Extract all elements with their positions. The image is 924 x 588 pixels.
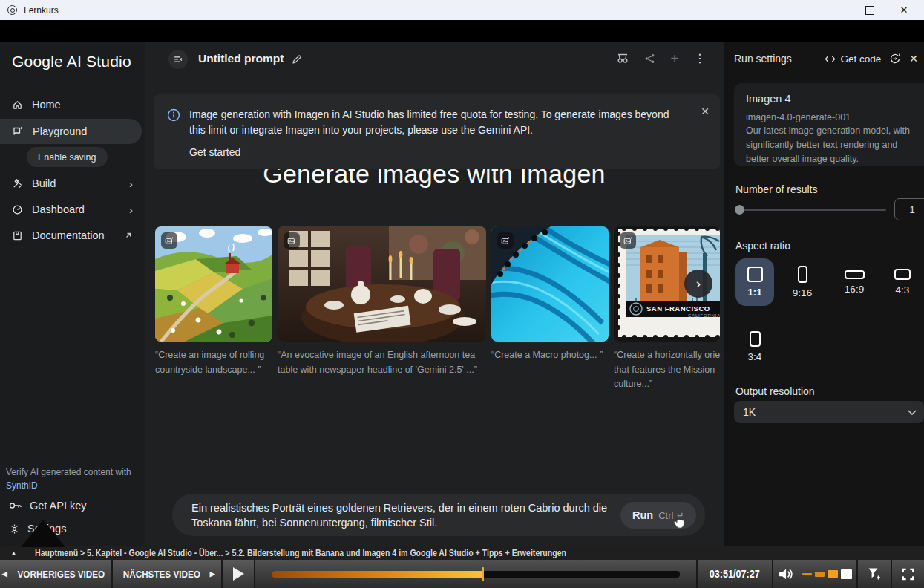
sidebar-item-playground[interactable]: Playground <box>0 119 142 144</box>
run-label: Run <box>632 509 653 521</box>
image-sparkle-icon <box>165 236 174 246</box>
speaker-icon <box>778 567 796 581</box>
model-description: Our latest image generation model, with … <box>746 124 915 166</box>
google-ai-studio-logo[interactable]: Google AI Studio <box>12 53 131 71</box>
sidebar-item-label: Playground <box>33 125 87 137</box>
model-card[interactable]: Imagen 4 imagen-4.0-generate-001 Our lat… <box>734 83 924 166</box>
window-title: Lernkurs <box>24 5 59 16</box>
get-api-key-button[interactable]: Get API key <box>9 500 87 512</box>
prompt-input[interactable]: Ein realistisches Porträt eines goldenen… <box>172 494 705 536</box>
quota-banner: Image generation with Imagen in AI Studi… <box>154 94 720 169</box>
gallery-next-button[interactable]: › <box>684 270 712 298</box>
breadcrumb-bar: ▲ Hauptmenü > 5. Kapitel - Google AI Stu… <box>0 546 924 560</box>
key-icon <box>9 501 22 510</box>
maximize-button[interactable] <box>853 0 887 20</box>
more-options-icon[interactable]: ⋮ <box>694 51 706 65</box>
fullscreen-button[interactable] <box>891 560 924 588</box>
output-resolution-select[interactable]: 1K <box>734 401 924 423</box>
expand-menu-icon[interactable]: ▲ <box>10 549 17 557</box>
dashboard-icon <box>12 204 23 215</box>
player-menu-arrow <box>21 520 65 547</box>
play-button[interactable] <box>223 560 255 588</box>
volume-level-bars[interactable] <box>802 569 852 579</box>
ai-studio-app: Google AI Studio Home Playground Enable … <box>0 42 924 546</box>
image-sparkle-icon <box>501 236 511 246</box>
number-of-results-slider[interactable] <box>736 209 886 211</box>
image-badge <box>497 232 514 249</box>
documentation-icon <box>12 230 23 241</box>
example-card-countryside[interactable] <box>155 226 272 342</box>
close-panel-icon[interactable]: ✕ <box>909 53 918 65</box>
get-started-link[interactable]: Get started <box>189 146 707 158</box>
sidebar-item-dashboard[interactable]: Dashboard › <box>0 197 145 222</box>
close-button[interactable]: ✕ <box>887 0 921 20</box>
left-arrow-icon: ◀ <box>2 570 7 578</box>
reset-settings-icon[interactable] <box>889 53 901 65</box>
player-controls-bar: ◀ VORHERIGES VIDEO NÄCHSTES VIDEO ▶ 03:5… <box>0 560 924 588</box>
sidebar-item-label: Home <box>32 99 61 111</box>
aspect-ratio-1-1[interactable]: 1:1 <box>735 258 774 306</box>
previous-video-button[interactable]: ◀ VORHERIGES VIDEO <box>0 560 113 588</box>
progress-track[interactable] <box>272 571 680 578</box>
progress-fill <box>272 571 483 578</box>
banner-text: Image generation with Imagen in AI Studi… <box>189 107 688 137</box>
aspect-ratio-9-16[interactable]: 9:16 <box>783 258 822 306</box>
card-caption: “Create an image of rolling countryside … <box>155 348 280 377</box>
seek-bar[interactable] <box>255 560 696 588</box>
gear-icon <box>9 523 20 535</box>
sidebar-item-home[interactable]: Home <box>0 92 145 117</box>
mouse-cursor-hand <box>670 512 687 530</box>
chevron-right-icon: › <box>129 177 133 190</box>
synthid-link[interactable]: SynthID <box>6 480 38 491</box>
letterbox-strip <box>0 20 924 42</box>
main-content: Untitled prompt + ⋮ Image generation wit… <box>145 42 724 546</box>
filter-plus-icon <box>868 567 882 581</box>
compare-icon[interactable] <box>616 53 629 64</box>
home-icon <box>12 99 23 111</box>
tall-ratio-icon <box>750 331 761 347</box>
volume-control[interactable] <box>772 560 856 588</box>
add-icon[interactable]: + <box>670 52 679 65</box>
get-api-key-label: Get API key <box>30 500 87 512</box>
enable-saving-button[interactable]: Enable saving <box>27 147 108 167</box>
prompt-text[interactable]: Ein realistisches Porträt eines goldenen… <box>191 500 626 530</box>
chevron-down-icon <box>908 410 917 415</box>
card-caption: “Create a Macro photog... ” <box>491 348 617 363</box>
sidebar: Google AI Studio Home Playground Enable … <box>0 42 145 546</box>
number-of-results-label: Number of results <box>735 183 817 195</box>
sidebar-item-build[interactable]: Build › <box>0 171 145 196</box>
playground-icon <box>12 125 24 137</box>
image-sparkle-icon <box>623 236 633 246</box>
build-icon <box>12 178 23 189</box>
image-sparkle-icon <box>287 236 297 246</box>
code-icon <box>825 55 836 63</box>
example-card-butterfly[interactable] <box>491 226 609 342</box>
slider-thumb[interactable] <box>735 205 744 215</box>
aspect-ratio-3-4[interactable]: 3:4 <box>735 323 774 370</box>
aspect-ratio-4-3[interactable]: 4:3 <box>883 258 922 306</box>
stamp-state-text: CALIFORNIA <box>688 313 720 318</box>
sidebar-item-label: Build <box>32 177 56 189</box>
next-video-button[interactable]: NÄCHSTES VIDEO ▶ <box>113 560 223 588</box>
banner-close-icon[interactable]: ✕ <box>701 105 710 117</box>
minimize-button[interactable] <box>819 0 853 20</box>
share-icon[interactable] <box>644 53 655 65</box>
landscape-ratio-icon <box>894 269 911 280</box>
square-ratio-icon <box>747 267 763 282</box>
aspect-ratio-16-9[interactable]: 16:9 <box>835 258 874 306</box>
run-settings-panel: Run settings Get code ✕ Imagen 4 imagen-… <box>724 42 924 546</box>
stamp-city-text: SAN FRANCISCO <box>646 304 710 313</box>
info-icon <box>167 108 180 122</box>
number-of-results-value[interactable]: 1 <box>894 198 924 220</box>
prompt-title: Untitled prompt <box>198 52 284 65</box>
example-card-tea-table[interactable] <box>278 226 486 342</box>
sidebar-item-documentation[interactable]: Documentation <box>0 223 145 248</box>
aspect-ratio-label: Aspect ratio <box>735 240 790 252</box>
edit-title-icon[interactable] <box>291 53 303 65</box>
get-code-button[interactable]: Get code <box>825 53 881 65</box>
card-caption: “Create a horizontally orie that feature… <box>614 348 724 392</box>
collapse-sidebar-icon <box>173 54 183 65</box>
screen: Lernkurs ✕ Google AI Studio Home Playgro… <box>0 0 924 588</box>
filter-add-button[interactable] <box>856 560 891 588</box>
collapse-sidebar-button[interactable] <box>168 50 188 69</box>
